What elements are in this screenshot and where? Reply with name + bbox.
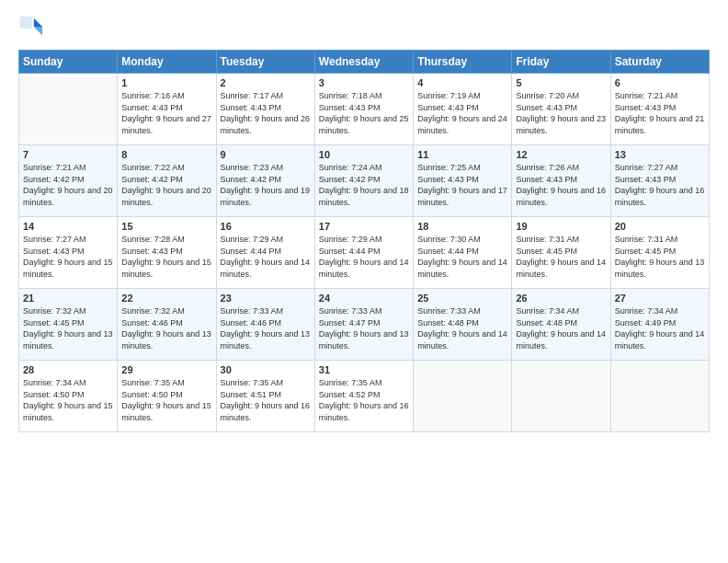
header-thursday: Thursday [414,51,512,74]
cell-2-2: 8Sunrise: 7:22 AM Sunset: 4:42 PM Daylig… [118,145,216,217]
cell-info: Sunrise: 7:31 AM Sunset: 4:45 PM Dayligh… [615,234,705,280]
day-number: 23 [221,293,311,304]
day-number: 20 [615,221,705,232]
day-number: 30 [221,364,311,375]
cell-5-1: 28Sunrise: 7:34 AM Sunset: 4:50 PM Dayli… [19,361,118,432]
cell-info: Sunrise: 7:23 AM Sunset: 4:42 PM Dayligh… [221,162,311,208]
header-wednesday: Wednesday [314,51,413,74]
cell-info: Sunrise: 7:20 AM Sunset: 4:43 PM Dayligh… [516,90,606,136]
cell-4-3: 23Sunrise: 7:33 AM Sunset: 4:46 PM Dayli… [216,289,314,361]
cell-3-3: 16Sunrise: 7:29 AM Sunset: 4:44 PM Dayli… [216,217,314,289]
cell-3-1: 14Sunrise: 7:27 AM Sunset: 4:43 PM Dayli… [19,217,118,289]
day-number: 19 [516,221,606,232]
cell-info: Sunrise: 7:21 AM Sunset: 4:43 PM Dayligh… [615,90,705,136]
calendar-header: Sunday Monday Tuesday Wednesday Thursday… [19,51,710,74]
cell-info: Sunrise: 7:17 AM Sunset: 4:43 PM Dayligh… [221,90,311,136]
week-row-1: 1Sunrise: 7:16 AM Sunset: 4:43 PM Daylig… [19,74,710,145]
day-number: 25 [417,293,507,304]
cell-info: Sunrise: 7:21 AM Sunset: 4:42 PM Dayligh… [23,162,113,208]
cell-3-5: 18Sunrise: 7:30 AM Sunset: 4:44 PM Dayli… [414,217,512,289]
cell-info: Sunrise: 7:22 AM Sunset: 4:42 PM Dayligh… [121,162,211,208]
cell-4-4: 24Sunrise: 7:33 AM Sunset: 4:47 PM Dayli… [314,289,413,361]
day-number: 1 [121,77,211,88]
cell-5-5 [414,361,512,432]
day-number: 26 [516,293,606,304]
cell-info: Sunrise: 7:33 AM Sunset: 4:47 PM Dayligh… [319,305,409,351]
cell-4-5: 25Sunrise: 7:33 AM Sunset: 4:48 PM Dayli… [414,289,512,361]
cell-2-6: 12Sunrise: 7:26 AM Sunset: 4:43 PM Dayli… [512,145,610,217]
cell-2-5: 11Sunrise: 7:25 AM Sunset: 4:43 PM Dayli… [414,145,512,217]
cell-2-3: 9Sunrise: 7:23 AM Sunset: 4:42 PM Daylig… [216,145,314,217]
cell-info: Sunrise: 7:33 AM Sunset: 4:48 PM Dayligh… [417,305,507,351]
day-number: 18 [417,221,507,232]
cell-2-4: 10Sunrise: 7:24 AM Sunset: 4:42 PM Dayli… [314,145,413,217]
cell-info: Sunrise: 7:24 AM Sunset: 4:42 PM Dayligh… [319,162,409,208]
cell-4-2: 22Sunrise: 7:32 AM Sunset: 4:46 PM Dayli… [118,289,216,361]
cell-info: Sunrise: 7:28 AM Sunset: 4:43 PM Dayligh… [121,234,211,280]
week-row-2: 7Sunrise: 7:21 AM Sunset: 4:42 PM Daylig… [19,145,710,217]
week-row-3: 14Sunrise: 7:27 AM Sunset: 4:43 PM Dayli… [19,217,710,289]
day-number: 31 [319,364,409,375]
cell-4-6: 26Sunrise: 7:34 AM Sunset: 4:48 PM Dayli… [512,289,610,361]
cell-4-7: 27Sunrise: 7:34 AM Sunset: 4:49 PM Dayli… [610,289,709,361]
cell-info: Sunrise: 7:32 AM Sunset: 4:45 PM Dayligh… [23,305,113,351]
cell-2-1: 7Sunrise: 7:21 AM Sunset: 4:42 PM Daylig… [19,145,118,217]
cell-5-2: 29Sunrise: 7:35 AM Sunset: 4:50 PM Dayli… [118,361,216,432]
cell-1-5: 4Sunrise: 7:19 AM Sunset: 4:43 PM Daylig… [414,74,512,145]
day-number: 21 [23,293,113,304]
header-tuesday: Tuesday [216,51,314,74]
cell-1-6: 5Sunrise: 7:20 AM Sunset: 4:43 PM Daylig… [512,74,610,145]
cell-info: Sunrise: 7:27 AM Sunset: 4:43 PM Dayligh… [615,162,705,208]
header [18,15,710,40]
day-number: 8 [121,149,211,160]
day-number: 27 [615,293,705,304]
cell-5-4: 31Sunrise: 7:35 AM Sunset: 4:52 PM Dayli… [314,361,413,432]
svg-rect-3 [20,17,32,29]
cell-info: Sunrise: 7:34 AM Sunset: 4:48 PM Dayligh… [516,305,606,351]
calendar-table: Sunday Monday Tuesday Wednesday Thursday… [18,50,710,432]
cell-1-7: 6Sunrise: 7:21 AM Sunset: 4:43 PM Daylig… [610,74,709,145]
cell-info: Sunrise: 7:34 AM Sunset: 4:49 PM Dayligh… [615,305,705,351]
calendar-body: 1Sunrise: 7:16 AM Sunset: 4:43 PM Daylig… [19,74,710,432]
day-number: 11 [417,149,507,160]
cell-info: Sunrise: 7:34 AM Sunset: 4:50 PM Dayligh… [23,377,113,423]
cell-3-2: 15Sunrise: 7:28 AM Sunset: 4:43 PM Dayli… [118,217,216,289]
logo [18,15,48,40]
day-number: 4 [417,77,507,88]
day-number: 2 [221,77,311,88]
cell-1-4: 3Sunrise: 7:18 AM Sunset: 4:43 PM Daylig… [314,74,413,145]
day-number: 22 [121,293,211,304]
week-row-5: 28Sunrise: 7:34 AM Sunset: 4:50 PM Dayli… [19,361,710,432]
cell-5-3: 30Sunrise: 7:35 AM Sunset: 4:51 PM Dayli… [216,361,314,432]
cell-info: Sunrise: 7:31 AM Sunset: 4:45 PM Dayligh… [516,234,606,280]
cell-info: Sunrise: 7:29 AM Sunset: 4:44 PM Dayligh… [319,234,409,280]
day-number: 15 [121,221,211,232]
cell-info: Sunrise: 7:19 AM Sunset: 4:43 PM Dayligh… [417,90,507,136]
day-number: 29 [121,364,211,375]
day-number: 16 [221,221,311,232]
cell-info: Sunrise: 7:32 AM Sunset: 4:46 PM Dayligh… [121,305,211,351]
cell-info: Sunrise: 7:35 AM Sunset: 4:52 PM Dayligh… [319,377,409,423]
cell-info: Sunrise: 7:25 AM Sunset: 4:43 PM Dayligh… [417,162,507,208]
header-friday: Friday [512,51,610,74]
day-number: 3 [319,77,409,88]
cell-1-3: 2Sunrise: 7:17 AM Sunset: 4:43 PM Daylig… [216,74,314,145]
page: Sunday Monday Tuesday Wednesday Thursday… [0,0,728,563]
header-monday: Monday [118,51,216,74]
day-number: 10 [319,149,409,160]
cell-info: Sunrise: 7:35 AM Sunset: 4:51 PM Dayligh… [221,377,311,423]
header-saturday: Saturday [610,51,709,74]
cell-info: Sunrise: 7:33 AM Sunset: 4:46 PM Dayligh… [221,305,311,351]
week-row-4: 21Sunrise: 7:32 AM Sunset: 4:45 PM Dayli… [19,289,710,361]
cell-2-7: 13Sunrise: 7:27 AM Sunset: 4:43 PM Dayli… [610,145,709,217]
cell-3-6: 19Sunrise: 7:31 AM Sunset: 4:45 PM Dayli… [512,217,610,289]
cell-5-7 [610,361,709,432]
cell-1-1 [19,74,118,145]
day-number: 13 [615,149,705,160]
cell-5-6 [512,361,610,432]
day-number: 17 [319,221,409,232]
day-number: 28 [23,364,113,375]
header-sunday: Sunday [19,51,118,74]
day-number: 5 [516,77,606,88]
cell-info: Sunrise: 7:29 AM Sunset: 4:44 PM Dayligh… [221,234,311,280]
